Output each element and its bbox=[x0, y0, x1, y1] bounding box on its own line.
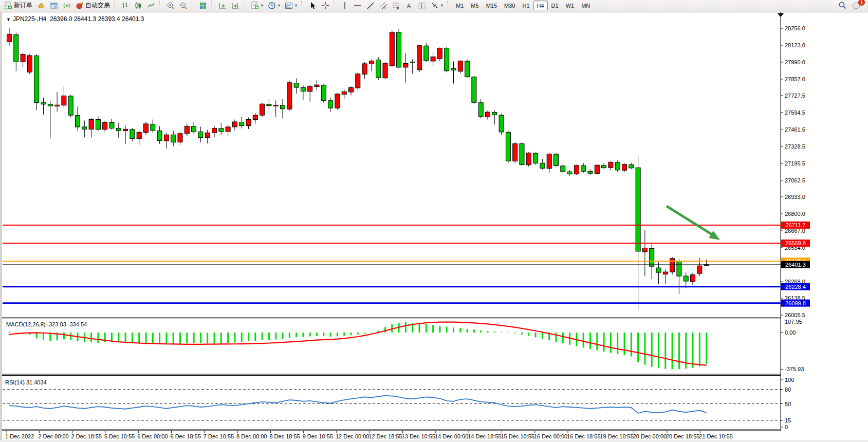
clock-icon bbox=[268, 2, 276, 10]
price-tick-label: 26933.0 bbox=[785, 194, 805, 200]
candle-body bbox=[321, 85, 326, 101]
timeframe-button-mn[interactable]: MN bbox=[578, 1, 594, 10]
candle-body bbox=[198, 132, 203, 137]
date-tick-label: 8 Dec 00:00 bbox=[236, 433, 267, 439]
candle-body bbox=[308, 86, 312, 91]
chart-window: ▼JPN225-,H4 26396.0 26441.3 26393.4 2640… bbox=[0, 12, 868, 440]
candle-body bbox=[492, 113, 497, 115]
profile-button[interactable] bbox=[35, 1, 47, 11]
candle-body bbox=[417, 46, 422, 70]
dropdown-caret-icon: ▾ bbox=[261, 3, 263, 8]
channel-tool-button[interactable]: E bbox=[377, 1, 390, 11]
auto-trading-label: 自动交易 bbox=[85, 1, 110, 10]
candle-body bbox=[27, 56, 32, 72]
tile-windows-icon bbox=[199, 2, 207, 10]
candle-body bbox=[55, 105, 60, 106]
timeframe-button-h1[interactable]: H1 bbox=[519, 1, 533, 10]
candle-body bbox=[164, 135, 169, 141]
zoom-in-button[interactable] bbox=[164, 1, 177, 11]
timeframe-button-d1[interactable]: D1 bbox=[548, 1, 562, 10]
rsi-tick-label: 0 bbox=[785, 424, 788, 430]
new-order-icon bbox=[4, 2, 12, 10]
zoom-out-button[interactable] bbox=[177, 1, 190, 11]
search-button[interactable] bbox=[836, 1, 849, 11]
dropdown-caret-icon: ▾ bbox=[295, 3, 297, 8]
svg-text:T: T bbox=[420, 3, 423, 9]
timeframe-button-w1[interactable]: W1 bbox=[562, 1, 578, 10]
arrows-tool-button[interactable]: ▾ bbox=[429, 1, 445, 11]
timeframe-button-m5[interactable]: M5 bbox=[467, 1, 482, 10]
candle-body bbox=[656, 268, 661, 272]
crosshair-tool-button[interactable] bbox=[319, 1, 331, 11]
price-tick-label: 27857.0 bbox=[785, 76, 805, 82]
arrows-icon bbox=[431, 2, 439, 10]
cursor-tool-button[interactable] bbox=[306, 1, 319, 11]
rsi-tick-label: 100 bbox=[785, 377, 794, 383]
candlestick-chart-type-button[interactable] bbox=[132, 1, 144, 11]
candle-body bbox=[226, 127, 230, 132]
text-tool-button[interactable]: A bbox=[403, 1, 415, 11]
candle-body bbox=[48, 104, 52, 106]
candle-body bbox=[328, 101, 333, 108]
candle-body bbox=[520, 144, 524, 165]
svg-text:A: A bbox=[407, 2, 411, 9]
market-watch-button[interactable] bbox=[48, 1, 60, 11]
fibonacci-tool-button[interactable]: F bbox=[390, 1, 402, 11]
price-line-badge-label: 26711.7 bbox=[786, 222, 806, 228]
candle-body bbox=[670, 259, 675, 272]
timeframe-button-m30[interactable]: M30 bbox=[501, 1, 519, 10]
candle-body bbox=[533, 153, 538, 163]
candle-body bbox=[403, 63, 408, 67]
notifications-button[interactable]: 1 bbox=[849, 1, 863, 11]
search-icon bbox=[838, 1, 847, 10]
candle-body bbox=[144, 124, 149, 133]
down-arrow-annotation[interactable] bbox=[667, 206, 716, 237]
candle-body bbox=[486, 112, 490, 117]
text-label-tool-button[interactable]: T bbox=[416, 1, 428, 11]
horizontal-line-tool-button[interactable] bbox=[352, 1, 364, 11]
timeframe-button-m1[interactable]: M1 bbox=[452, 1, 467, 10]
date-tick-label: 16 Dec 18:55 bbox=[567, 433, 600, 439]
auto-trading-button[interactable]: 自动交易 bbox=[73, 1, 112, 11]
cursor-icon bbox=[308, 2, 317, 10]
candle-body bbox=[554, 154, 559, 165]
timeframe-button-h4[interactable]: H4 bbox=[533, 1, 548, 10]
new-order-button[interactable]: 新订单 bbox=[2, 1, 34, 11]
candle-body bbox=[103, 122, 107, 130]
candle-body bbox=[109, 122, 114, 128]
templates-button[interactable]: ▾ bbox=[283, 1, 299, 11]
candle-body bbox=[205, 133, 210, 137]
candle-body bbox=[192, 126, 196, 132]
auto-scroll-icon bbox=[218, 2, 227, 10]
tile-windows-button[interactable] bbox=[197, 1, 209, 11]
candle-body bbox=[561, 166, 565, 172]
candle-body bbox=[130, 130, 135, 139]
periods-button[interactable]: ▾ bbox=[266, 1, 282, 11]
candle-body bbox=[581, 165, 586, 171]
vertical-line-tool-button[interactable] bbox=[339, 1, 351, 11]
macd-tick-label: 107.95 bbox=[785, 319, 802, 325]
trendline-tool-button[interactable] bbox=[364, 1, 377, 11]
candle-body bbox=[342, 91, 346, 94]
date-tick-label: 15 Dec 10:55 bbox=[501, 433, 534, 439]
line-chart-type-button[interactable] bbox=[145, 1, 157, 11]
toolbar-separator bbox=[447, 1, 450, 10]
candle-body bbox=[219, 128, 224, 132]
bar-chart-type-button[interactable] bbox=[119, 1, 132, 11]
candle-body bbox=[451, 68, 456, 70]
candle-body bbox=[677, 261, 681, 276]
price-chart-canvas[interactable]: 28256.028123.027990.027857.027727.527594… bbox=[2, 12, 868, 440]
candle-body bbox=[315, 85, 319, 86]
timeframe-button-m15[interactable]: M15 bbox=[483, 1, 501, 10]
indicators-button[interactable]: ▾ bbox=[249, 1, 265, 11]
auto-scroll-button[interactable] bbox=[216, 1, 229, 11]
chart-shift-button[interactable] bbox=[229, 1, 242, 11]
candle-body bbox=[335, 94, 340, 108]
candle-body bbox=[356, 74, 360, 88]
toolbar-separator bbox=[334, 1, 337, 10]
toolbar-separator bbox=[301, 1, 304, 10]
candle-body bbox=[34, 56, 39, 103]
candle-body bbox=[376, 60, 381, 78]
signal-button[interactable] bbox=[61, 1, 73, 11]
price-tick-label: 27727.5 bbox=[785, 93, 805, 99]
